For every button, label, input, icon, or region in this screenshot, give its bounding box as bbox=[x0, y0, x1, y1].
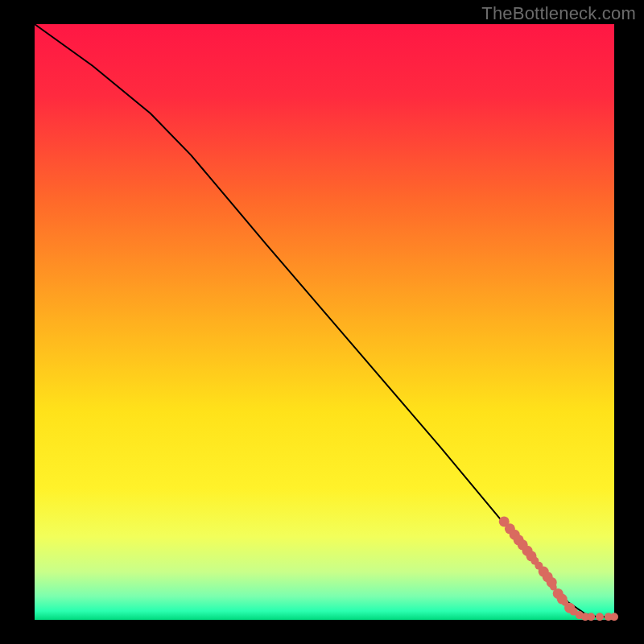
chart-frame: TheBottleneck.com bbox=[0, 0, 644, 644]
scatter-dot bbox=[596, 613, 604, 621]
scatter-dot bbox=[610, 613, 618, 621]
plot-background bbox=[35, 24, 614, 620]
watermark-label: TheBottleneck.com bbox=[481, 3, 636, 24]
scatter-dot bbox=[587, 613, 595, 621]
chart-canvas bbox=[0, 0, 644, 644]
